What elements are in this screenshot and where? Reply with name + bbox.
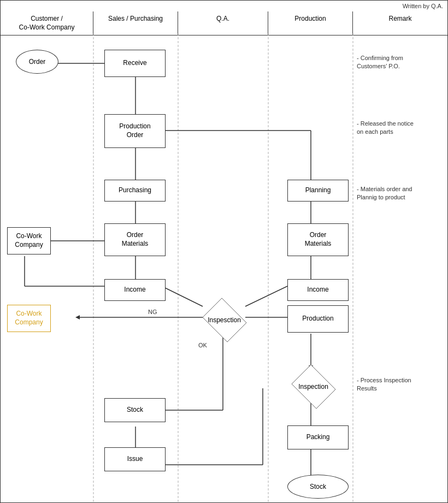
- income-prod-node: Income: [287, 279, 349, 301]
- order-materials-prod-node: Order Materials: [287, 223, 349, 256]
- svg-line-26: [162, 286, 203, 306]
- written-by-label: Written by Q.A.: [403, 3, 443, 9]
- remark-2: - Released the notice on each parts: [357, 120, 414, 137]
- remark-1: - Confirming from Customers' P.O.: [357, 54, 403, 71]
- header-customer: Customer /Co-Work Company: [1, 11, 93, 35]
- header-remark: Remark: [353, 11, 447, 35]
- production-order-node: Production Order: [104, 114, 166, 148]
- header-production: Production: [268, 11, 353, 35]
- packing-node: Packing: [287, 425, 349, 449]
- stock-prod-node: Stock: [287, 475, 349, 499]
- svg-line-27: [245, 286, 287, 306]
- page: Written by Q.A. Customer /Co-Work Compan…: [0, 0, 448, 503]
- purchasing-node: Purchasing: [104, 180, 166, 202]
- order-materials-sales-node: Order Materials: [104, 223, 166, 256]
- order-node: Order: [16, 50, 58, 74]
- production-node: Production: [287, 305, 349, 333]
- svg-text:NG: NG: [148, 309, 157, 315]
- arrows-svg: NG OK: [1, 33, 447, 502]
- receive-node: Receive: [104, 50, 166, 77]
- flowchart-area: NG OK Order Receive Production Order Pur…: [1, 33, 447, 502]
- header-sales: Sales / Purchasing: [93, 11, 178, 35]
- planning-node: Planning: [287, 180, 349, 202]
- income-sales-node: Income: [104, 279, 166, 301]
- remark-3: - Materials order and Plannig to product: [357, 185, 412, 202]
- cowork-colored-node: Co-Work Company: [7, 305, 51, 332]
- stock-sales-node: Stock: [104, 398, 166, 422]
- svg-text:OK: OK: [198, 342, 208, 348]
- svg-marker-29: [75, 315, 80, 319]
- issue-node: Issue: [104, 447, 166, 471]
- inspection-diamond-node: Inspesction: [198, 300, 250, 340]
- header-row: Customer /Co-Work Company Sales / Purcha…: [1, 11, 447, 35]
- remark-4: - Process Inspection Results: [357, 376, 411, 393]
- header-qa: Q.A.: [178, 11, 268, 35]
- cowork-left-node: Co-Work Company: [7, 227, 51, 255]
- inspection-prod-node: Inspection: [287, 366, 339, 407]
